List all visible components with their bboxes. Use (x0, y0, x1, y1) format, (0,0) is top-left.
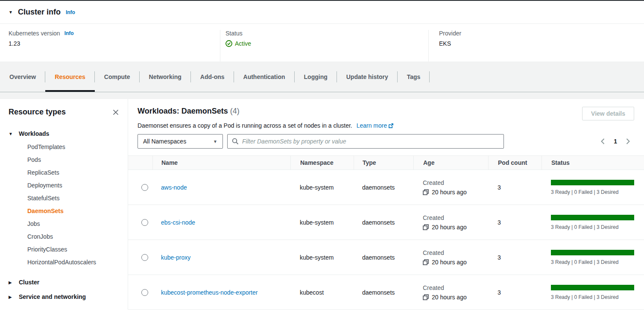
status-bar (551, 180, 634, 185)
row-select-radio[interactable] (141, 289, 148, 296)
table-row: aws-node kube-system daemonsets Created … (128, 170, 644, 205)
tab-compute[interactable]: Compute (95, 61, 140, 92)
row-select-radio[interactable] (141, 184, 148, 191)
status-cell: 3 Ready | 0 Failed | 3 Desired (542, 250, 644, 265)
caret-icon: ▶ (9, 280, 14, 285)
tab-authentication[interactable]: Authentication (234, 61, 295, 92)
sidebar-item-pods[interactable]: Pods (27, 153, 119, 166)
close-icon[interactable] (112, 109, 119, 116)
caret-icon: ▶ (9, 295, 14, 299)
copy-icon[interactable] (423, 259, 429, 265)
cluster-info-section: ▼ Cluster info Info Kubernetes version I… (0, 1, 644, 61)
view-details-button[interactable]: View details (582, 107, 634, 120)
copy-icon[interactable] (423, 189, 429, 195)
chevron-down-icon: ▼ (213, 139, 217, 144)
column-header-name: Name (152, 156, 290, 170)
tree-group-service-and-networking[interactable]: ▶ Service and networking (9, 292, 119, 302)
check-circle-icon (225, 40, 232, 47)
daemonset-name-link[interactable]: ebs-csi-node (161, 219, 195, 226)
status-cell: 3 Ready | 0 Failed | 3 Desired (542, 215, 644, 230)
namespace-cell: kube-system (290, 184, 354, 191)
daemonsets-panel: Workloads: DaemonSets (4) View details D… (128, 99, 644, 310)
status-value: Active (235, 40, 251, 47)
search-field[interactable] (227, 134, 504, 149)
sidebar-item-replicasets[interactable]: ReplicaSets (27, 166, 119, 179)
table-row: kube-proxy kube-system daemonsets Create… (128, 240, 644, 275)
tab-update-history[interactable]: Update history (337, 61, 398, 92)
copy-icon[interactable] (423, 294, 429, 300)
tree-group-cluster[interactable]: ▶ Cluster (9, 277, 119, 287)
tab-overview[interactable]: Overview (0, 61, 45, 92)
provider-value: EKS (439, 40, 644, 47)
kubernetes-version-info-link[interactable]: Info (64, 30, 74, 36)
type-cell: daemonsets (354, 219, 413, 226)
resource-type-tree: ▼ Workloads PodTemplatesPodsReplicaSetsD… (9, 129, 119, 302)
column-header-type: Type (354, 156, 413, 170)
page-title: Workloads: DaemonSets (4) (138, 107, 240, 116)
selection-column-header (128, 156, 152, 170)
type-cell: daemonsets (354, 254, 413, 261)
sidebar-item-priorityclasses[interactable]: PriorityClasses (27, 243, 119, 256)
status-cell: 3 Ready | 0 Failed | 3 Desired (542, 180, 644, 195)
pagination: 1 (600, 138, 635, 145)
resource-types-title: Resource types (9, 108, 66, 117)
item-count: (4) (230, 107, 240, 115)
pod-count-cell: 3 (488, 289, 542, 296)
namespace-cell: kube-system (290, 219, 354, 226)
namespace-cell: kubecost (290, 289, 354, 296)
age-cell: Created 20 hours ago (413, 214, 488, 231)
sidebar-item-daemonsets[interactable]: DaemonSets (27, 205, 119, 217)
previous-page-icon[interactable] (600, 138, 605, 145)
next-page-icon[interactable] (626, 138, 630, 145)
sidebar-item-podtemplates[interactable]: PodTemplates (27, 140, 119, 153)
search-input[interactable] (242, 138, 499, 145)
kubernetes-version-field: Kubernetes version Info 1.23 (0, 30, 220, 61)
resource-types-panel: Resource types ▼ Workloads PodTemplatesP… (0, 99, 128, 310)
status-cell: 3 Ready | 0 Failed | 3 Desired (542, 285, 644, 300)
external-link-icon (388, 123, 394, 129)
sidebar-item-statefulsets[interactable]: StatefulSets (27, 192, 119, 205)
learn-more-link[interactable]: Learn more (357, 122, 394, 129)
column-header-pod-count: Pod count (488, 156, 542, 170)
table-row: kubecost-prometheus-node-exporter kubeco… (128, 275, 644, 310)
column-header-status: Status (542, 156, 644, 170)
tab-add-ons[interactable]: Add-ons (191, 61, 234, 92)
collapse-caret-icon[interactable]: ▼ (9, 10, 13, 15)
daemonset-name-link[interactable]: kubecost-prometheus-node-exporter (161, 289, 258, 296)
table-header: Name Namespace Type Age Pod count Status (128, 155, 644, 170)
cluster-info-info-link[interactable]: Info (66, 9, 75, 15)
kubernetes-version-label: Kubernetes version (9, 30, 60, 37)
namespace-select-value: All Namespaces (143, 138, 186, 145)
table-row: ebs-csi-node kube-system daemonsets Crea… (128, 205, 644, 240)
type-cell: daemonsets (354, 184, 413, 191)
pod-count-cell: 3 (488, 254, 542, 261)
row-select-radio[interactable] (141, 219, 148, 226)
tree-group-workloads[interactable]: ▼ Workloads (9, 129, 119, 139)
namespace-select[interactable]: All Namespaces ▼ (138, 134, 223, 149)
caret-icon: ▼ (9, 132, 14, 136)
sidebar-item-cronjobs[interactable]: CronJobs (27, 230, 119, 243)
tab-networking[interactable]: Networking (140, 61, 191, 92)
sidebar-item-jobs[interactable]: Jobs (27, 217, 119, 230)
tab-logging[interactable]: Logging (295, 61, 337, 92)
search-icon (232, 138, 239, 145)
tab-tags[interactable]: Tags (398, 61, 430, 92)
sidebar-item-horizontalpodautoscalers[interactable]: HorizontalPodAutoscalers (27, 256, 119, 269)
age-cell: Created 20 hours ago (413, 179, 488, 196)
status-bar (551, 250, 634, 255)
status-field: Status Active (220, 30, 428, 61)
status-bar (551, 215, 634, 220)
panel-gap (0, 92, 644, 99)
daemonset-name-link[interactable]: kube-proxy (161, 254, 190, 261)
current-page-number[interactable]: 1 (614, 138, 617, 145)
copy-icon[interactable] (423, 224, 429, 230)
tab-resources[interactable]: Resources (45, 61, 95, 92)
row-select-radio[interactable] (141, 254, 148, 261)
pod-count-cell: 3 (488, 184, 542, 191)
cluster-info-title: Cluster info (18, 8, 61, 17)
provider-field: Provider EKS (428, 30, 644, 61)
column-header-age: Age (413, 156, 488, 170)
cluster-tabs: Overview Resources Compute Networking Ad… (0, 61, 644, 92)
sidebar-item-deployments[interactable]: Deployments (27, 179, 119, 192)
daemonset-name-link[interactable]: aws-node (161, 184, 187, 191)
